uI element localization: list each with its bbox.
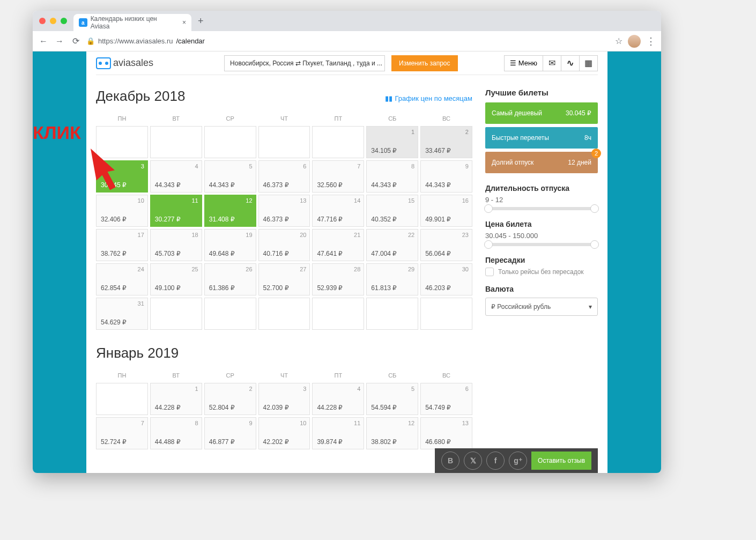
- calendar-day[interactable]: 1032.406 ₽: [96, 195, 148, 227]
- calendar-day[interactable]: 944.343 ₽: [420, 160, 472, 193]
- calendar-day[interactable]: 1238.802 ₽: [366, 417, 418, 449]
- best-ticket-card[interactable]: Быстрые перелеты8ч: [485, 127, 598, 149]
- calendar-day[interactable]: 1139.874 ₽: [312, 417, 364, 449]
- day-price: 44.343 ₽: [155, 181, 181, 189]
- route-field[interactable]: Новосибирск, Россия ⇄ Пхукет, Таиланд , …: [224, 55, 385, 71]
- vk-icon[interactable]: B: [441, 452, 459, 470]
- day-price: 52.700 ₽: [263, 284, 289, 292]
- calendar-day[interactable]: 2752.700 ₽: [258, 263, 310, 295]
- calendar-day[interactable]: 1649.901 ₽: [420, 195, 472, 227]
- calendar-day[interactable]: 2356.064 ₽: [420, 229, 472, 261]
- review-button[interactable]: Оставить отзыв: [531, 452, 591, 470]
- calendar-day[interactable]: 752.724 ₽: [96, 417, 148, 449]
- day-price: 61.386 ₽: [209, 284, 235, 292]
- calendar-day[interactable]: 1042.202 ₽: [258, 417, 310, 449]
- day-number: 19: [246, 232, 252, 238]
- gplus-icon[interactable]: g⁺: [509, 452, 527, 470]
- stops-title: Пересадки: [485, 256, 598, 264]
- calendar-day: [420, 298, 472, 330]
- calendar-day[interactable]: 444.228 ₽: [312, 383, 364, 415]
- calendar-day[interactable]: 444.343 ₽: [150, 160, 202, 193]
- menu-button[interactable]: ☰ Меню: [504, 55, 543, 71]
- calendar-day[interactable]: 2462.854 ₽: [96, 263, 148, 295]
- calendar-day[interactable]: 2852.939 ₽: [312, 263, 364, 295]
- day-number: 1: [195, 386, 198, 392]
- day-number: 21: [354, 232, 360, 238]
- twitter-icon[interactable]: 𝕏: [464, 452, 482, 470]
- day-price: 46.373 ₽: [263, 216, 289, 223]
- calendar-day[interactable]: 1845.703 ₽: [150, 229, 202, 261]
- stops-checkbox[interactable]: Только рейсы без пересадок: [485, 268, 598, 276]
- weekday-label: ПТ: [312, 113, 364, 124]
- calendar-day: [96, 383, 148, 415]
- best-ticket-card[interactable]: Долгий отпуск12 дней2: [485, 152, 598, 173]
- mail-icon[interactable]: ✉: [543, 55, 561, 71]
- browser-window: a Календарь низких цен Aviasa × + ← → ⟳ …: [33, 11, 661, 473]
- day-number: 1: [411, 129, 414, 135]
- best-ticket-card[interactable]: Самый дешевый30.045 ₽: [485, 102, 598, 124]
- close-window[interactable]: [39, 18, 46, 24]
- calendar-day[interactable]: 1130.277 ₽: [150, 195, 202, 227]
- logo[interactable]: aviasales: [96, 57, 153, 69]
- price-title: Цена билета: [485, 220, 598, 228]
- calendar-day[interactable]: 1949.648 ₽: [204, 229, 256, 261]
- calendar-day[interactable]: 844.343 ₽: [366, 160, 418, 193]
- price-chart-link[interactable]: ▮▮ График цен по месяцам: [385, 94, 472, 102]
- bookmark-icon[interactable]: ☆: [615, 36, 622, 46]
- maximize-window[interactable]: [61, 18, 67, 24]
- calendar-day[interactable]: 2961.813 ₽: [366, 263, 418, 295]
- calendar-day[interactable]: 1346.373 ₽: [258, 195, 310, 227]
- calendar-day[interactable]: 252.804 ₽: [204, 383, 256, 415]
- duration-slider[interactable]: [485, 207, 598, 210]
- new-tab-button[interactable]: +: [198, 16, 204, 27]
- calendar-day[interactable]: 144.228 ₽: [150, 383, 202, 415]
- facebook-icon[interactable]: f: [486, 452, 505, 470]
- weekday-label: ВС: [420, 370, 472, 381]
- calendar-day[interactable]: 3154.629 ₽: [96, 298, 148, 330]
- day-number: 6: [303, 163, 306, 169]
- calendar-day[interactable]: 2549.100 ₽: [150, 263, 202, 295]
- calendar-day[interactable]: 2661.386 ₽: [204, 263, 256, 295]
- day-price: 38.802 ₽: [371, 438, 397, 446]
- calendar-day[interactable]: 654.749 ₽: [420, 383, 472, 415]
- calendar-day[interactable]: 233.467 ₽: [420, 126, 472, 158]
- day-number: 17: [138, 232, 144, 238]
- card-title: Долгий отпуск: [492, 159, 533, 166]
- browser-menu-icon[interactable]: ⋮: [646, 35, 656, 47]
- price-slider[interactable]: [485, 243, 598, 246]
- calendar-day[interactable]: 2147.641 ₽: [312, 229, 364, 261]
- profile-avatar[interactable]: [628, 35, 641, 48]
- calendar-day[interactable]: 3046.203 ₽: [420, 263, 472, 295]
- calendar-day[interactable]: 2247.004 ₽: [366, 229, 418, 261]
- day-number: 3: [303, 386, 306, 392]
- forward-button[interactable]: →: [54, 36, 65, 47]
- calendar-day[interactable]: 646.373 ₽: [258, 160, 310, 193]
- calendar-day[interactable]: 2040.716 ₽: [258, 229, 310, 261]
- reload-button[interactable]: ⟳: [70, 36, 81, 47]
- calendar-day[interactable]: 1540.352 ₽: [366, 195, 418, 227]
- calendar-day[interactable]: 1231.408 ₽: [204, 195, 256, 227]
- calendar-day[interactable]: 1447.716 ₽: [312, 195, 364, 227]
- calendar-day[interactable]: 946.877 ₽: [204, 417, 256, 449]
- minimize-window[interactable]: [50, 18, 56, 24]
- day-price: 32.560 ₽: [317, 181, 343, 189]
- change-query-button[interactable]: Изменить запрос: [391, 55, 457, 71]
- calendar-day[interactable]: 732.560 ₽: [312, 160, 364, 193]
- calendar-day[interactable]: 554.594 ₽: [366, 383, 418, 415]
- calendar-day[interactable]: 844.488 ₽: [150, 417, 202, 449]
- browser-tab[interactable]: a Календарь низких цен Aviasa ×: [73, 14, 191, 31]
- calendar-day[interactable]: 1738.762 ₽: [96, 229, 148, 261]
- currency-select[interactable]: ₽ Российский рубль ▾: [485, 298, 598, 316]
- calculator-icon[interactable]: ▦: [580, 55, 598, 71]
- close-tab-icon[interactable]: ×: [182, 19, 186, 26]
- weekday-label: ВТ: [150, 370, 202, 381]
- calendar-day[interactable]: 134.105 ₽: [366, 126, 418, 158]
- rss-icon[interactable]: ∿: [561, 55, 580, 71]
- back-button[interactable]: ←: [38, 36, 49, 47]
- calendar-day[interactable]: 1346.680 ₽: [420, 417, 472, 449]
- day-price: 56.064 ₽: [425, 250, 451, 257]
- url-field[interactable]: 🔒 https://www.aviasales.ru/calendar: [86, 37, 610, 45]
- weekday-label: ПТ: [312, 370, 364, 381]
- calendar-day[interactable]: 544.343 ₽: [204, 160, 256, 193]
- calendar-day[interactable]: 342.039 ₽: [258, 383, 310, 415]
